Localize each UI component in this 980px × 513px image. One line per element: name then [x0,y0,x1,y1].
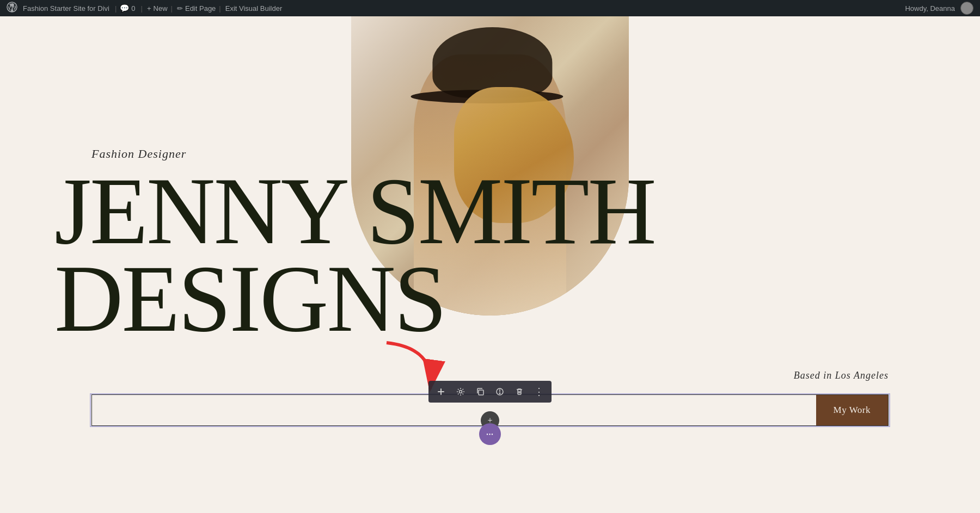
edit-icon: ✏ [177,4,183,13]
toolbar-add-button[interactable] [432,383,450,400]
edit-page-label: Edit Page [185,4,216,13]
based-label: Based in Los Angeles [794,370,889,381]
divi-row-toolbar: ⋮ [428,381,552,403]
comments-link[interactable]: 💬 0 [120,4,135,13]
comments-count: 0 [131,4,135,13]
new-plus-icon: + [147,4,151,13]
hero-name-line2: DESIGNS [54,255,655,343]
exit-visual-builder-button[interactable]: Exit Visual Builder [225,4,283,13]
howdy-label: Howdy, Deanna [905,4,955,13]
toolbar-delete-button[interactable] [510,383,529,400]
separator-2: | [141,4,143,13]
avatar[interactable] [960,2,973,15]
exit-label: Exit Visual Builder [225,4,283,13]
new-button[interactable]: + New [147,4,168,13]
admin-bar: Fashion Starter Site for Divi | 💬 0 | + … [0,0,980,16]
three-dots-label: ••• [486,431,494,437]
toolbar-disable-button[interactable] [491,383,509,400]
main-content: Fashion Designer JENNY SMITH DESIGNS Bas… [0,16,980,513]
comments-icon: 💬 [120,4,129,13]
hero-name-line1: JENNY SMITH [54,168,655,255]
site-name[interactable]: Fashion Starter Site for Divi [23,4,109,13]
separator-1: | [115,4,117,13]
svg-rect-3 [479,390,483,395]
edit-page-button[interactable]: ✏ Edit Page [177,4,216,13]
toolbar-duplicate-button[interactable] [471,383,489,400]
svg-point-2 [460,391,462,393]
admin-bar-right: Howdy, Deanna [905,2,973,15]
hero-name: JENNY SMITH DESIGNS [54,168,655,343]
separator-3: | [171,4,173,13]
svg-point-5 [499,393,500,394]
new-label: New [154,4,168,13]
wp-logo-icon[interactable] [7,2,17,15]
toolbar-settings-button[interactable] [451,383,470,400]
three-dots-button[interactable]: ••• [479,423,501,445]
my-work-button[interactable]: My Work [816,395,888,425]
toolbar-more-button[interactable]: ⋮ [530,383,548,400]
separator-4: | [219,4,220,13]
